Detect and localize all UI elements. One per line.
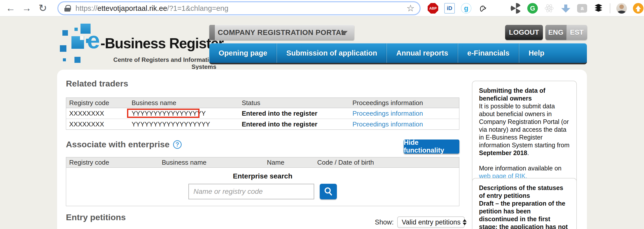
back-icon[interactable]: ← [5,2,17,14]
radiation-icon[interactable] [511,3,521,14]
main-navigation: Opening page Submission of application A… [209,43,587,64]
table-row: XXXXXXXX YYYYYYYYYYYYYYYYY Entered into … [66,108,459,119]
related-traders-header-row: Registry code Business name Status Proce… [66,98,459,108]
download-arrow-icon[interactable] [560,3,571,14]
associate-header-row: Registry code Business name Name Code / … [66,157,459,168]
col-registry-code: Registry code [66,157,159,167]
forward-icon[interactable]: → [21,2,33,14]
business-name-value: YYYYYYYYYYYYYYYYY [129,108,239,119]
url-text[interactable]: https://ettevotjaportaal.rik.ee/?1=1&chl… [75,4,404,13]
language-switch: ENG EST [545,25,587,40]
help-icon[interactable]: ? [173,140,182,149]
info-box-title: Descriptions of the statuses of entry pe… [479,184,570,200]
info-body-period: . [527,149,529,156]
orange-upload-icon[interactable] [633,3,643,14]
info-box-title: Submitting the data of beneficial owners [479,87,570,102]
browser-toolbar: ← → ↻ https://ettevotjaportaal.rik.ee/?1… [0,0,644,17]
search-button[interactable] [320,184,337,199]
show-label: Show: [375,218,394,226]
lock-icon [64,5,70,12]
url-host: ettevotjaportaal.rik.ee [97,4,167,12]
col-registry-code: Registry code [66,98,129,108]
proceedings-information-link[interactable]: Proceedings information [349,108,460,119]
selected-filter-value: Valid entry petitions [402,218,461,226]
status-value: Entered into the register [239,119,349,129]
petition-statuses-info-box: Descriptions of the statuses of entry pe… [472,178,577,229]
grammarly-icon[interactable]: G [527,3,538,14]
info-box-body: It is possible to submit data about bene… [479,102,570,157]
enterprise-search-area: Enterprise search [66,168,459,206]
google-icon[interactable] [494,3,505,14]
bookmark-star-icon[interactable]: ☆ [407,3,415,14]
enterprise-search-input[interactable] [188,184,314,199]
nav-annual-reports[interactable]: Annual reports [386,43,457,63]
table-row: XXXXXXXX YYYYYYYYYYYYYYYYYY Entered into… [66,119,459,129]
associate-heading-text: Associate with enterprise [66,140,170,149]
logo-e: e [87,32,100,49]
toolbar-divider [610,3,610,13]
nav-e-financials[interactable]: e-Financials [458,43,519,63]
g-icon[interactable]: g [461,3,471,14]
reload-icon[interactable]: ↻ [37,2,49,14]
adblock-icon[interactable]: ABP [428,3,438,14]
language-eng-button[interactable]: ENG [545,25,566,40]
duckduckgo-icon[interactable] [477,3,488,14]
nav-opening-page[interactable]: Opening page [209,43,276,63]
layers-icon[interactable] [593,3,604,14]
id-card-icon[interactable]: iD [444,3,455,14]
react-devtools-icon[interactable] [544,3,554,14]
profile-avatar[interactable] [616,3,627,14]
col-status: Status [239,98,349,108]
proceedings-information-link[interactable]: Proceedings information [349,119,460,129]
col-code-date-of-birth: Code / Date of birth [314,157,460,167]
associate-with-enterprise-heading: Associate with enterprise ? [66,140,182,149]
enterprise-search-title: Enterprise search [66,168,459,180]
beneficial-owners-info-box: Submitting the data of beneficial owners… [472,81,577,186]
show-filter-row: Show: Valid entry petitions [367,216,465,228]
info-body-bold: September 2018 [479,149,527,156]
info-body-text: It is possible to submit data about bene… [479,103,570,149]
col-proceedings-information: Proceedings information [349,98,460,108]
hide-functionality-button[interactable]: Hide functionality [404,140,459,154]
entry-petitions-heading: Entry petitions [66,212,126,222]
registry-code-value: XXXXXXXX [66,108,129,119]
associate-enterprise-table: Registry code Business name Name Code / … [66,157,459,206]
col-name: Name [264,157,314,167]
select-arrows-icon [463,219,467,225]
related-traders-table: Registry code Business name Status Proce… [66,98,459,130]
portal-select-label: COMPANY REGISTRATION PORTAL [218,28,346,37]
more-info-text: More information available on [479,165,561,172]
info-box-body: Draft – the preparation of the petition … [479,200,570,229]
logo-title: -Business Register [100,35,223,52]
related-traders-heading: Related traders [66,79,128,88]
registry-code-value: XXXXXXXX [66,119,129,129]
url-path: /?1=1&chlang=eng [167,4,228,12]
extension-icons: ABP iD g G a [428,0,643,17]
address-bar[interactable]: https://ettevotjaportaal.rik.ee/?1=1&chl… [57,1,421,15]
language-est-button[interactable]: EST [566,25,587,40]
ebusiness-register-logo: e -Business Register [87,32,224,52]
entry-petitions-filter-select[interactable]: Valid entry petitions [397,216,465,228]
logout-button[interactable]: LOGOUT [505,25,543,40]
col-business-name: Business name [159,157,264,167]
info-box-more: More information available on web page o… [479,164,570,180]
business-name-text: YYYYYYYYYYYYYYYYY [132,110,206,117]
nav-help[interactable]: Help [519,43,554,63]
col-business-name: Business name [129,98,239,108]
annotation-bubble-icon[interactable]: a [577,4,587,13]
portal-select-dropdown[interactable]: COMPANY REGISTRATION PORTAL [209,25,354,40]
search-icon [323,186,333,197]
status-value: Entered into the register [239,108,349,119]
url-scheme: https:// [75,4,97,12]
chevron-down-icon [341,31,348,35]
nav-submission-of-application[interactable]: Submission of application [276,43,386,63]
logo-subtitle: Centre of Registers and Information Syst… [89,56,216,70]
business-name-value: YYYYYYYYYYYYYYYYYY [129,119,239,129]
